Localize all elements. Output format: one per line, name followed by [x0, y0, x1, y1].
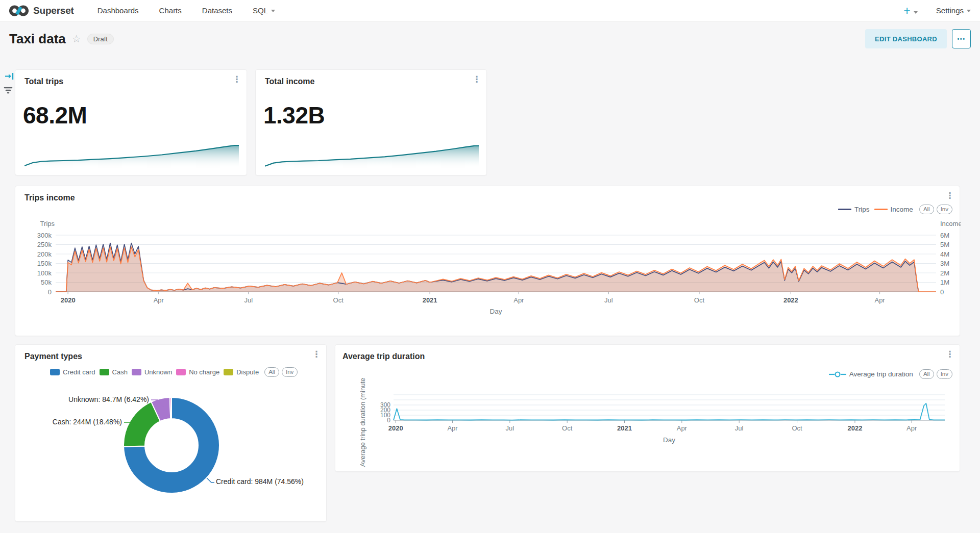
chart-kebab-menu-icon[interactable]: ⋮: [311, 350, 322, 359]
chevron-down-icon: [967, 10, 971, 12]
dashboard-header: Taxi data ☆ Draft EDIT DASHBOARD •••: [0, 21, 980, 56]
svg-text:Average trinp duration (minute: Average trinp duration (minute: [359, 378, 366, 467]
nav-right: + Settings: [903, 6, 971, 16]
trips-income-plot: 300k6M250k5M200k4M150k3M100k2M50k1M00Tri…: [15, 217, 961, 319]
legend-item-dispute[interactable]: Dispute: [224, 368, 259, 376]
svg-text:Unknown: 84.7M (6.42%): Unknown: 84.7M (6.42%): [68, 395, 149, 403]
svg-text:2020: 2020: [61, 296, 76, 304]
svg-text:0: 0: [48, 288, 52, 296]
svg-text:Cash: 244M (18.48%): Cash: 244M (18.48%): [53, 418, 122, 426]
svg-text:Apr: Apr: [906, 424, 917, 432]
edit-dashboard-button[interactable]: EDIT DASHBOARD: [865, 29, 947, 48]
svg-text:1M: 1M: [940, 278, 949, 286]
top-nav: Superset Dashboards Charts Datasets SQL …: [0, 0, 980, 21]
svg-text:Oct: Oct: [694, 296, 705, 304]
legend-label: Credit card: [63, 368, 95, 376]
payment-types-legend: Credit card Cash Unknown No charge Dispu…: [50, 367, 298, 377]
page-title: Taxi data: [9, 31, 66, 47]
filter-list-icon[interactable]: [3, 86, 13, 96]
total-trips-sparkline: [24, 141, 239, 169]
svg-text:3M: 3M: [940, 260, 949, 267]
svg-text:0: 0: [940, 288, 944, 296]
nav-item-charts[interactable]: Charts: [159, 6, 182, 15]
legend-inv-button[interactable]: Inv: [937, 205, 952, 214]
svg-text:Oct: Oct: [333, 296, 344, 304]
more-options-button[interactable]: •••: [952, 29, 971, 48]
legend-label: Dispute: [236, 368, 259, 376]
legend-item-trips[interactable]: Trips: [838, 206, 870, 213]
chart-title: Payment types: [24, 352, 82, 361]
card-avg-trip-duration: Average trip duration ⋮ Average trip dur…: [335, 344, 960, 472]
svg-text:Apr: Apr: [677, 424, 688, 432]
svg-text:300k: 300k: [37, 232, 52, 239]
total-income-sparkline: [265, 141, 479, 169]
svg-text:Jul: Jul: [735, 424, 744, 432]
svg-text:Jul: Jul: [604, 296, 613, 304]
svg-text:2M: 2M: [940, 269, 949, 277]
svg-text:Apr: Apr: [154, 296, 164, 304]
svg-text:Income: Income: [940, 220, 961, 227]
svg-text:300: 300: [380, 401, 390, 409]
settings-menu[interactable]: Settings: [936, 6, 971, 15]
legend-item-cash[interactable]: Cash: [100, 368, 128, 376]
svg-text:Oct: Oct: [792, 424, 802, 432]
svg-text:2021: 2021: [423, 296, 437, 304]
legend-label: Cash: [112, 368, 128, 376]
svg-text:5M: 5M: [940, 241, 949, 248]
total-trips-value: 68.2M: [23, 101, 87, 129]
svg-text:2022: 2022: [783, 296, 798, 304]
chart-kebab-menu-icon[interactable]: ⋮: [944, 350, 955, 359]
svg-text:Apr: Apr: [447, 424, 458, 432]
svg-text:Trips: Trips: [40, 220, 55, 227]
svg-text:Apr: Apr: [874, 296, 885, 304]
svg-text:2020: 2020: [388, 424, 403, 432]
chevron-down-icon: [914, 11, 918, 14]
superset-infinity-icon: [9, 4, 29, 17]
superset-dashboard: Superset Dashboards Charts Datasets SQL …: [0, 0, 980, 533]
header-actions: EDIT DASHBOARD •••: [865, 29, 971, 48]
chart-title: Average trip duration: [342, 352, 425, 361]
chevron-down-icon: [271, 10, 275, 12]
credit-card-swatch: [50, 369, 60, 375]
chart-title: Total trips: [24, 77, 63, 86]
nav-item-sql[interactable]: SQL: [253, 6, 275, 15]
nav-item-dashboards[interactable]: Dashboards: [97, 6, 139, 15]
legend-label: No charge: [189, 368, 219, 376]
income-line-swatch: [874, 209, 888, 210]
svg-text:Jul: Jul: [506, 424, 514, 432]
svg-text:Day: Day: [663, 436, 675, 444]
legend-all-button[interactable]: All: [919, 205, 934, 214]
card-total-income: Total income ⋮ 1.32B: [255, 69, 487, 175]
superset-logo[interactable]: Superset: [9, 4, 74, 17]
svg-text:6M: 6M: [940, 232, 949, 239]
avg-duration-plot: 01002003002020AprJulOct2021AprJulOct2022…: [335, 373, 961, 472]
legend-label: Income: [891, 206, 913, 213]
expand-filter-bar-icon[interactable]: [5, 72, 14, 83]
no-charge-swatch: [176, 369, 186, 375]
svg-text:Jul: Jul: [244, 296, 253, 304]
svg-text:50k: 50k: [41, 278, 52, 286]
legend-item-credit-card[interactable]: Credit card: [50, 368, 95, 376]
card-total-trips: Total trips ⋮ 68.2M: [15, 69, 247, 175]
legend-item-unknown[interactable]: Unknown: [132, 368, 172, 376]
favorite-star-icon[interactable]: ☆: [72, 33, 81, 45]
legend-label: Unknown: [144, 368, 172, 376]
legend-item-no-charge[interactable]: No charge: [176, 368, 219, 376]
legend-inv-button[interactable]: Inv: [282, 367, 298, 377]
nav-item-datasets[interactable]: Datasets: [202, 6, 232, 15]
total-income-value: 1.32B: [263, 101, 325, 129]
chart-kebab-menu-icon[interactable]: ⋮: [944, 191, 955, 200]
trips-income-legend: Trips Income All Inv: [838, 205, 952, 214]
brand-name: Superset: [33, 5, 74, 16]
card-payment-types: Payment types ⋮ Credit card Cash Unknown…: [15, 344, 327, 522]
svg-text:4M: 4M: [940, 250, 949, 258]
legend-label: Trips: [854, 206, 870, 213]
chart-kebab-menu-icon[interactable]: ⋮: [231, 75, 242, 84]
legend-all-button[interactable]: All: [264, 367, 279, 377]
svg-text:Day: Day: [489, 308, 502, 315]
legend-item-income[interactable]: Income: [874, 206, 913, 213]
card-trips-income: Trips income ⋮ Trips Income All Inv 300k…: [15, 186, 960, 336]
trips-line-swatch: [838, 209, 851, 210]
new-item-button[interactable]: +: [903, 6, 917, 16]
chart-kebab-menu-icon[interactable]: ⋮: [471, 75, 482, 84]
